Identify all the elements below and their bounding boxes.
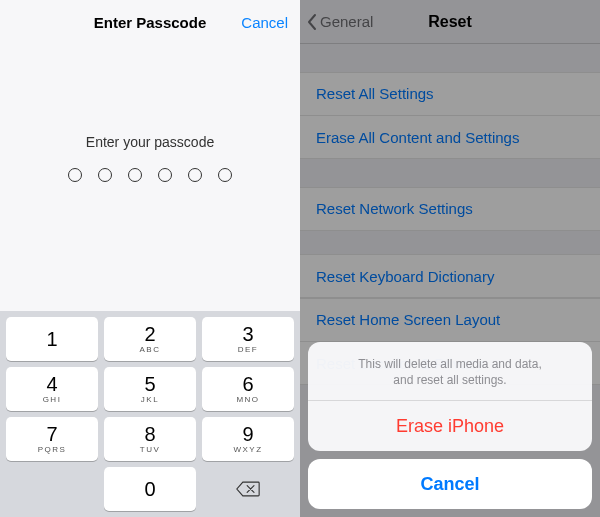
cancel-button[interactable]: Cancel bbox=[241, 14, 288, 31]
keypad-key-4[interactable]: 4GHI bbox=[6, 367, 98, 411]
passcode-prompt: Enter your passcode bbox=[0, 134, 300, 150]
keypad-key-1[interactable]: 1 bbox=[6, 317, 98, 361]
keypad-key-7[interactable]: 7PQRS bbox=[6, 417, 98, 461]
passcode-dot bbox=[68, 168, 82, 182]
erase-iphone-button[interactable]: Erase iPhone bbox=[308, 401, 592, 451]
action-sheet: This will delete all media and data, and… bbox=[308, 342, 592, 509]
action-sheet-card: This will delete all media and data, and… bbox=[308, 342, 592, 451]
passcode-nav: Enter Passcode Cancel bbox=[0, 0, 300, 44]
keypad: 1 2ABC 3DEF 4GHI 5JKL 6MNO 7PQRS 8TUV 9W… bbox=[0, 311, 300, 517]
keypad-backspace[interactable] bbox=[202, 467, 294, 511]
reset-screen: General Reset Reset All Settings Erase A… bbox=[300, 0, 600, 517]
keypad-spacer bbox=[6, 467, 98, 511]
keypad-key-5[interactable]: 5JKL bbox=[104, 367, 196, 411]
passcode-dot bbox=[188, 168, 202, 182]
passcode-dot bbox=[98, 168, 112, 182]
passcode-dot bbox=[218, 168, 232, 182]
passcode-title: Enter Passcode bbox=[94, 14, 207, 31]
keypad-key-8[interactable]: 8TUV bbox=[104, 417, 196, 461]
passcode-prompt-area: Enter your passcode bbox=[0, 134, 300, 182]
keypad-key-3[interactable]: 3DEF bbox=[202, 317, 294, 361]
keypad-key-9[interactable]: 9WXYZ bbox=[202, 417, 294, 461]
passcode-dots bbox=[0, 168, 300, 182]
action-sheet-cancel-button[interactable]: Cancel bbox=[308, 459, 592, 509]
passcode-dot bbox=[128, 168, 142, 182]
action-sheet-message: This will delete all media and data, and… bbox=[308, 342, 592, 401]
passcode-screen: Enter Passcode Cancel Enter your passcod… bbox=[0, 0, 300, 517]
keypad-key-0[interactable]: 0 bbox=[104, 467, 196, 511]
keypad-key-6[interactable]: 6MNO bbox=[202, 367, 294, 411]
backspace-icon bbox=[236, 481, 260, 497]
keypad-key-2[interactable]: 2ABC bbox=[104, 317, 196, 361]
passcode-dot bbox=[158, 168, 172, 182]
